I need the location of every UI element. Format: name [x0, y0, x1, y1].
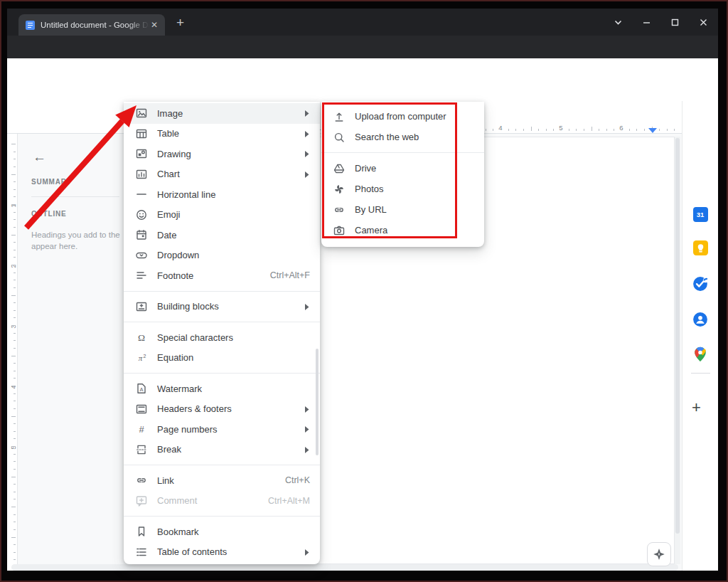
insert-menu-item-headers-footers[interactable]: Headers & footers	[124, 399, 320, 420]
document-scrollbar[interactable]	[675, 137, 680, 564]
insert-menu-item-drawing[interactable]: Drawing	[124, 144, 320, 164]
insert-menu-item-table[interactable]: Table	[124, 124, 320, 144]
horizontal-scrollbar[interactable]	[11, 564, 678, 571]
ruler-tick	[11, 174, 16, 175]
insert-menu-item-chart[interactable]: Chart	[124, 164, 320, 185]
ruler-tick	[629, 129, 630, 131]
insert-menu-item-break[interactable]: Break	[124, 440, 320, 460]
insert-menu-item-building-blocks[interactable]: Building blocks	[124, 297, 320, 317]
insert-menu-item-dropdown[interactable]: Dropdown	[124, 245, 320, 266]
window-minimize-button[interactable]	[641, 17, 652, 28]
insert-menu-item-footnote[interactable]: FootnoteCtrl+Alt+F	[124, 265, 320, 286]
vertical-ruler[interactable]: 12345	[7, 134, 18, 571]
right-indent-marker[interactable]	[648, 128, 657, 133]
insert-menu-item-date[interactable]: Date	[124, 225, 320, 245]
image-submenu-item-drive[interactable]: Drive	[321, 158, 484, 179]
insert-menu-item-page-numbers[interactable]: #Page numbers	[124, 419, 320, 440]
insert-menu-item-bookmark[interactable]: Bookmark	[124, 522, 320, 542]
ruler-tick	[14, 348, 16, 349]
svg-text:A: A	[139, 386, 143, 393]
ruler-tick	[11, 446, 16, 447]
get-add-ons-icon[interactable]: +	[692, 398, 701, 417]
ruler-tick	[14, 401, 16, 401]
outline-hint-line1: Headings you add to the	[31, 229, 124, 240]
ruler-tick	[11, 325, 16, 326]
insert-menu-item-watermark[interactable]: AWatermark	[124, 379, 320, 399]
table-icon	[135, 127, 148, 140]
insert-menu-item-link[interactable]: LinkCtrl+K	[124, 470, 320, 491]
building-blocks-icon	[135, 300, 148, 313]
new-tab-button[interactable]: +	[176, 16, 184, 29]
image-submenu-item-by-url[interactable]: By URL	[321, 199, 484, 220]
menu-item-label: Link	[157, 475, 285, 486]
headers-footers-icon	[135, 403, 148, 416]
menu-item-label: Equation	[157, 352, 311, 363]
ruler-tick	[667, 129, 668, 131]
ruler-tick	[14, 499, 16, 499]
image-submenu-item-camera[interactable]: Camera	[321, 220, 484, 240]
ruler-tick	[14, 484, 16, 485]
ruler-tick	[14, 393, 16, 394]
insert-menu-item-comment[interactable]: CommentCtrl+Alt+M	[124, 491, 320, 512]
ruler-tick	[614, 129, 614, 131]
drawing-icon	[135, 147, 148, 160]
menu-item-label: Drawing	[157, 149, 300, 159]
ruler-tick	[538, 129, 539, 131]
menu-item-label: Image	[157, 108, 300, 119]
calendar-icon[interactable]: 31	[692, 206, 709, 223]
tab-close-icon[interactable]: ✕	[149, 20, 159, 30]
insert-menu-item-image[interactable]: Image	[124, 103, 320, 124]
insert-menu-item-horizontal-line[interactable]: Horizontal line	[124, 184, 320, 205]
outline-label: OUTLINE	[31, 210, 67, 218]
ruler-tick	[14, 181, 16, 182]
insert-menu-scrollbar-thumb[interactable]	[316, 349, 318, 455]
contacts-icon[interactable]	[692, 311, 709, 328]
image-submenu-item-photos[interactable]: Photos	[321, 179, 484, 199]
ruler-tick	[592, 127, 592, 131]
ruler-tick	[14, 371, 16, 371]
break-icon	[135, 443, 148, 456]
maps-icon[interactable]	[692, 346, 709, 363]
equation-icon: π2	[135, 351, 148, 364]
ruler-tick	[14, 159, 16, 159]
browser-titlebar: Untitled document - Google Doc ✕ +	[7, 9, 718, 36]
browser-tab[interactable]: Untitled document - Google Doc ✕	[18, 14, 165, 36]
window-profile-chevron-icon[interactable]	[613, 17, 623, 28]
insert-menu-item-equation[interactable]: π2Equation	[124, 348, 320, 369]
window-maximize-button[interactable]	[670, 17, 680, 28]
explore-button[interactable]	[647, 542, 671, 566]
insert-menu-item-special-characters[interactable]: ΩSpecial characters	[124, 327, 320, 348]
ruler-tick	[11, 477, 16, 477]
ruler-tick	[553, 129, 554, 131]
close-outline-panel-icon[interactable]: ←	[33, 149, 46, 165]
ruler-number: 6	[619, 124, 623, 132]
image-submenu-item-search-the-web[interactable]: Search the web	[321, 127, 484, 147]
insert-menu-item-table-of-contents[interactable]: Table of contents	[124, 542, 320, 563]
ruler-tick	[584, 129, 584, 131]
image-submenu-item-upload-from-computer[interactable]: Upload from computer	[321, 106, 484, 127]
menu-item-shortcut: Ctrl+Alt+M	[268, 496, 310, 506]
link-icon	[135, 474, 148, 487]
menu-item-label: Dropdown	[157, 250, 311, 260]
menu-item-shortcut: Ctrl+K	[285, 475, 310, 485]
ruler-tick	[14, 302, 16, 303]
svg-text:π: π	[139, 354, 143, 362]
ruler-tick	[14, 166, 16, 167]
submenu-arrow-icon	[304, 127, 311, 140]
scrollbar-thumb[interactable]	[675, 138, 680, 534]
insert-menu-item-emoji[interactable]: Emoji	[124, 205, 320, 226]
ruler-tick	[659, 129, 660, 131]
tab-title: Untitled document - Google Doc	[41, 21, 149, 29]
submenu-arrow-icon	[304, 546, 311, 559]
menu-divider	[124, 516, 320, 517]
page-numbers-icon: #	[135, 423, 148, 435]
ruler-tick	[11, 265, 16, 265]
window-close-button[interactable]	[698, 17, 709, 28]
tasks-icon[interactable]	[692, 275, 709, 292]
ruler-tick	[14, 340, 16, 341]
menu-item-label: Table of contents	[157, 546, 300, 557]
browser-window: Untitled document - Google Doc ✕ + ← → d…	[7, 9, 718, 571]
keep-icon[interactable]	[692, 239, 709, 256]
drive-icon	[333, 162, 346, 175]
screenshot-frame: Untitled document - Google Doc ✕ + ← → d…	[0, 0, 728, 582]
